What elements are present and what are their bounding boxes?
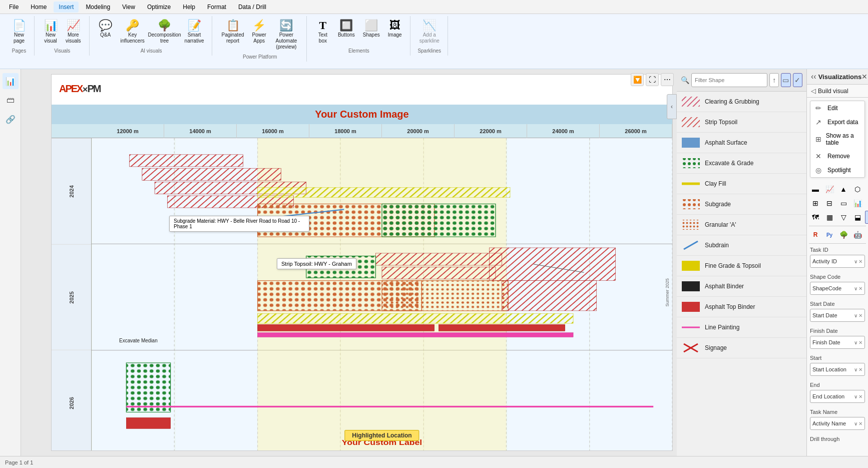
menu-data-drill[interactable]: Data / Drill xyxy=(233,2,271,13)
svg-rect-53 xyxy=(682,281,700,291)
context-edit[interactable]: ✏ Edit xyxy=(810,101,864,115)
qa-button[interactable]: 💬 Q&A xyxy=(96,18,116,40)
expand-icon[interactable]: ⛶ xyxy=(646,73,659,86)
shape-code-chevron[interactable]: ∨ xyxy=(854,286,857,291)
build-visual-label: Build visual xyxy=(818,88,848,95)
start-date-chevron[interactable]: ∨ xyxy=(854,313,857,318)
sidebar-icon-data[interactable]: 🗃 xyxy=(3,92,19,108)
viz-icon-card[interactable]: ▭ xyxy=(837,197,850,210)
start-date-clear[interactable]: ✕ xyxy=(858,313,862,318)
task-id-clear[interactable]: ✕ xyxy=(858,259,862,264)
task-name-dropdown[interactable]: Activity Name ∨ ✕ xyxy=(810,417,865,430)
shape-item-strip-topsoil[interactable]: Strip Topsoil xyxy=(677,112,806,133)
context-remove[interactable]: ✕ Remove xyxy=(810,149,864,163)
shape-search-input[interactable] xyxy=(691,73,767,87)
new-visual-button[interactable]: 📊 Newvisual xyxy=(41,18,61,46)
viz-icon-table[interactable]: ⊞ xyxy=(809,197,822,210)
smart-narrative-button[interactable]: 📝 Smartnarrative xyxy=(182,18,207,46)
filter-icon[interactable]: 🔽 xyxy=(631,73,644,86)
shape-code-clear[interactable]: ✕ xyxy=(858,286,862,291)
buttons-button[interactable]: 🔲 Buttons xyxy=(335,18,358,40)
viz-icon-scatter[interactable]: ⬡ xyxy=(851,183,864,196)
viz-icon-line[interactable]: 📈 xyxy=(823,183,836,196)
shape-item-clearing[interactable]: Clearing & Grubbing xyxy=(677,92,806,112)
shape-item-signage[interactable]: Signage xyxy=(677,338,806,358)
end-chevron[interactable]: ∨ xyxy=(854,394,857,399)
viz-icon-ai[interactable]: 🤖 xyxy=(851,228,864,241)
shape-code-dropdown[interactable]: ShapeCode ∨ ✕ xyxy=(810,282,865,295)
sort-type-button[interactable]: ▭ xyxy=(781,73,790,87)
viz-icon-treemap[interactable]: ▦ xyxy=(823,211,836,224)
start-dropdown[interactable]: Start Location ∨ ✕ xyxy=(810,363,865,376)
shape-item-clay-fill[interactable]: Clay Fill xyxy=(677,174,806,194)
menu-view[interactable]: View xyxy=(117,2,140,13)
context-spotlight[interactable]: ◎ Spotlight xyxy=(810,163,864,177)
finish-date-clear[interactable]: ✕ xyxy=(858,340,862,345)
shape-item-asphalt-surface[interactable]: Asphalt Surface xyxy=(677,133,806,153)
viz-icon-more[interactable]: ⋯ xyxy=(865,228,868,241)
viz-icon-py[interactable]: Py xyxy=(823,228,836,241)
decomposition-button[interactable]: 🌳 Decompositiontree xyxy=(150,18,180,46)
viz-close-button[interactable]: ✕ xyxy=(861,73,867,81)
shape-item-subgrade[interactable]: Subgrade xyxy=(677,194,806,215)
end-clear[interactable]: ✕ xyxy=(858,394,862,399)
power-apps-button[interactable]: ⚡ PowerApps xyxy=(249,18,269,46)
key-influencers-button[interactable]: 🔑 Keyinfluencers xyxy=(118,18,148,46)
shape-item-asphalt-binder[interactable]: Asphalt Binder xyxy=(677,276,806,297)
shape-item-line-painting[interactable]: Line Painting xyxy=(677,317,806,338)
task-name-chevron[interactable]: ∨ xyxy=(854,421,857,426)
menu-optimize[interactable]: Optimize xyxy=(142,2,176,13)
shape-item-excavate[interactable]: Excavate & Grade xyxy=(677,153,806,174)
new-page-button[interactable]: 📄 Newpage xyxy=(9,18,29,46)
paginated-button[interactable]: 📋 Paginatedreport xyxy=(218,18,247,46)
menu-file[interactable]: File xyxy=(4,2,24,13)
subgrade-icon xyxy=(682,197,700,211)
context-export[interactable]: ↗ Export data xyxy=(810,115,864,129)
viz-icon-waterfall[interactable]: ⬓ xyxy=(851,211,864,224)
shape-item-asphalt-top-binder[interactable]: Asphalt Top Binder xyxy=(677,297,806,317)
context-show-table[interactable]: ⊞ Show as a table xyxy=(810,129,864,149)
sort-asc-button[interactable]: ↑ xyxy=(769,73,779,87)
shape-item-fine-grade[interactable]: Fine Grade & Topsoil xyxy=(677,256,806,276)
more-visuals-button[interactable]: 📈 Morevisuals xyxy=(63,18,84,46)
viz-icon-matrix[interactable]: ⊟ xyxy=(823,197,836,210)
sort-check-button[interactable]: ✓ xyxy=(793,73,802,87)
viz-icon-custom[interactable]: ★ xyxy=(865,211,868,224)
end-dropdown[interactable]: End Location ∨ ✕ xyxy=(810,390,865,403)
viz-icon-pie[interactable]: ◑ xyxy=(865,183,868,196)
power-automate-button[interactable]: 🔄 Power Automate(preview) xyxy=(271,18,301,52)
start-clear[interactable]: ✕ xyxy=(858,367,862,372)
task-name-clear[interactable]: ✕ xyxy=(858,421,862,426)
viz-back-button[interactable]: ‹‹ xyxy=(811,72,816,81)
menu-modeling[interactable]: Modeling xyxy=(81,2,115,13)
viz-icon-kpi[interactable]: 📊 xyxy=(851,197,864,210)
start-chevron[interactable]: ∨ xyxy=(854,367,857,372)
viz-icon-bar[interactable]: ▬ xyxy=(809,183,822,196)
collapse-panel-button[interactable]: ‹ xyxy=(667,94,677,119)
sidebar-icon-report[interactable]: 📊 xyxy=(3,73,19,89)
finish-date-chevron[interactable]: ∨ xyxy=(854,340,857,345)
viz-icon-r[interactable]: R xyxy=(809,228,822,241)
start-date-dropdown[interactable]: Start Date ∨ ✕ xyxy=(810,309,865,322)
task-id-dropdown[interactable]: Activity ID ∨ ✕ xyxy=(810,255,865,268)
more-options-icon[interactable]: ⋯ xyxy=(661,73,674,86)
chart-grid[interactable]: Your Custom Label Strip Topsoil: HWY - G… xyxy=(92,138,672,450)
shape-item-subdrain[interactable]: Subdrain xyxy=(677,235,806,256)
menu-help[interactable]: Help xyxy=(178,2,200,13)
finish-date-dropdown[interactable]: Finish Date ∨ ✕ xyxy=(810,336,865,349)
image-button[interactable]: 🖼 Image xyxy=(385,18,405,40)
viz-icon-decomp[interactable]: 🌳 xyxy=(837,228,850,241)
shapes-button[interactable]: ⬜ Shapes xyxy=(360,18,383,40)
menu-home[interactable]: Home xyxy=(26,2,52,13)
add-sparkline-button[interactable]: 📉 Add asparkline xyxy=(416,18,443,46)
shape-item-granular-a[interactable]: Granular 'A' xyxy=(677,215,806,235)
menu-insert[interactable]: Insert xyxy=(54,2,79,13)
viz-icon-area[interactable]: ▲ xyxy=(837,183,850,196)
viz-icon-funnel[interactable]: ▽ xyxy=(837,211,850,224)
textbox-button[interactable]: T Textbox xyxy=(313,18,333,46)
menu-format[interactable]: Format xyxy=(202,2,231,13)
viz-icon-map[interactable]: 🗺 xyxy=(809,211,822,224)
task-id-chevron[interactable]: ∨ xyxy=(854,259,857,264)
sidebar-icon-model[interactable]: 🔗 xyxy=(3,111,19,127)
viz-icon-gauge[interactable]: ◎ xyxy=(865,197,868,210)
